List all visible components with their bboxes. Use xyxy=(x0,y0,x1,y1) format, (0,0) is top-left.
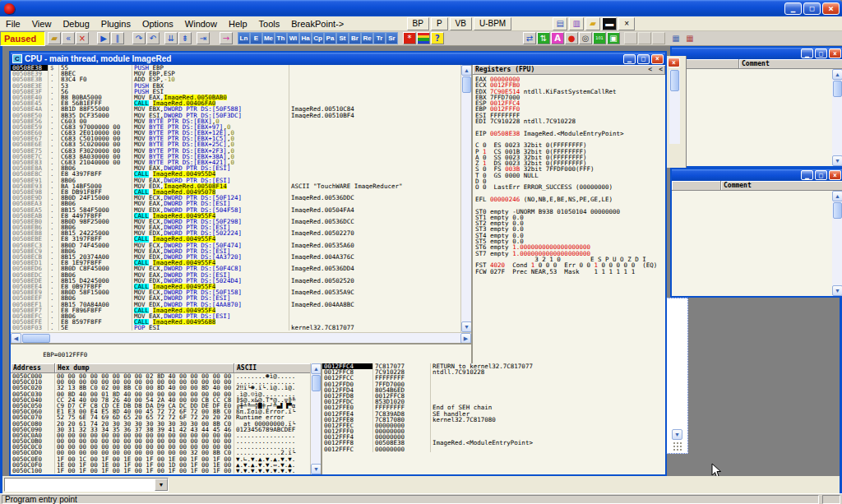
hex-dump-row[interactable]: 0050C0C000 00 00 00 00 00 00 00 00 00 00… xyxy=(11,444,321,450)
menu-button-u-bpm[interactable]: U-BPM xyxy=(474,17,511,30)
cpu-title-bar[interactable]: C CPU - main thread, module ImageRed ▁ □… xyxy=(11,53,665,65)
hex-dump-row[interactable]: 0050C09030 31 32 33 34 35 36 37 38 39 41… xyxy=(11,427,321,432)
minimize-icon[interactable]: ▁ xyxy=(623,54,636,64)
disasm-row[interactable]: 00508E3F.56PUSH ESI xyxy=(11,89,460,95)
ascii-icon[interactable]: A xyxy=(551,32,564,44)
toolbar-letter-th[interactable]: Th xyxy=(275,32,287,44)
scroll-down-icon[interactable]: ▼ xyxy=(832,155,842,166)
disasm-row[interactable]: 00508ED1.E8 1E97F8FFCALL ImageRed.004955… xyxy=(11,260,460,266)
disasm-row[interactable]: 00508E8C.E8 4397F8FFCALL ImageRed.004955… xyxy=(11,171,460,177)
hex-dump-pane[interactable]: Address Hex dump ASCII 0050C00000 00 00 … xyxy=(11,363,321,474)
scroll-thumb[interactable] xyxy=(670,70,679,91)
disasm-row[interactable]: 00508EC9.8B06MOV EAX,DWORD PTR DS:[ESI] xyxy=(11,248,460,254)
stack-row[interactable]: 0012FFE47C839AD8SE handler xyxy=(322,411,665,417)
disasm-row[interactable]: 00508ECB.8B15 20374A00MOV EDX,DWORD PTR … xyxy=(11,254,460,260)
go-to-address-icon[interactable]: → xyxy=(220,32,233,44)
disasm-row[interactable]: 00508EFE.E8 8597F8FFCALL ImageRed.004956… xyxy=(11,319,460,325)
scroll-thumb[interactable] xyxy=(833,202,842,219)
disasm-row[interactable]: 00508F03.5EPOP ESIkernel32.7C817077 xyxy=(11,325,460,331)
hex-dump-row[interactable]: 0050C0B000 00 00 00 00 00 00 00 00 00 00… xyxy=(11,438,321,444)
menu-item-view[interactable]: View xyxy=(26,17,58,30)
help-icon[interactable]: ? xyxy=(431,32,444,44)
command-combobox[interactable]: ▼ xyxy=(4,478,169,492)
menu-close-button[interactable]: × xyxy=(618,17,635,30)
info-pane[interactable]: EBP=0012FFF0 xyxy=(11,343,471,363)
animate-over-icon[interactable]: ⇟ xyxy=(178,32,192,44)
disasm-row[interactable]: 00508ED6.8B0D C8F45000MOV ECX,DWORD PTR … xyxy=(11,266,460,271)
background-window-middle[interactable]: ▁ □ × Comment ▲ ▼ xyxy=(670,168,842,298)
register-line[interactable]: T 0 GS 0000 NULL xyxy=(473,173,665,178)
menu-button-p[interactable]: P xyxy=(431,17,448,30)
disasm-row[interactable]: 00508E50.8B35 DCF35000MOV ESI,DWORD PTR … xyxy=(11,113,460,118)
hex-dump-row[interactable]: 0050C0E01F 00 1C 00 1F 00 1E 00 1F 00 1E… xyxy=(11,456,321,462)
disassembly-pane[interactable]: 00508E38$55PUSH EBP00508E39.8BECMOV EBP,… xyxy=(11,65,460,332)
comment-column-header[interactable]: Comment xyxy=(721,181,842,191)
toolbar-letter-ha[interactable]: Ha xyxy=(299,32,312,44)
menu-item-breakpoint[interactable]: BreakPoint-> xyxy=(285,17,349,30)
stack-row[interactable]: 0012FFCCFFFFFFFF xyxy=(322,375,665,381)
hex-dump-row[interactable]: 0050C0A000 00 00 00 00 00 00 00 00 00 00… xyxy=(11,432,321,438)
options-icon[interactable]: * xyxy=(403,32,416,44)
disasm-row[interactable]: 00508E60.C683 2E010000 00MOV BYTE PTR DS… xyxy=(11,130,460,136)
disasm-row[interactable]: 00508EB0.8B0D 98F25000MOV ECX,DWORD PTR … xyxy=(11,219,460,224)
appearance-icon[interactable] xyxy=(417,32,430,44)
disasm-row[interactable]: 00508EA3.8B06MOV EAX,DWORD PTR DS:[ESI] xyxy=(11,201,460,206)
disasm-row[interactable]: 00508EA5.8B15 584F5000MOV EDX,DWORD PTR … xyxy=(11,207,460,213)
stack-row[interactable]: 0012FFEC00000000 xyxy=(322,423,665,428)
chevron-down-icon[interactable]: ▼ xyxy=(155,479,168,491)
disasm-row[interactable]: 00508EE4.E8 0B97F8FFCALL ImageRed.004955… xyxy=(11,284,460,289)
scroll-down-icon[interactable]: ▼ xyxy=(672,429,682,440)
folder-icon[interactable]: ▰ xyxy=(585,17,600,30)
scroll-thumb[interactable] xyxy=(312,375,321,391)
close-icon[interactable]: × xyxy=(822,2,840,15)
disasm-row[interactable]: 00508EFC.8B06MOV EAX,DWORD PTR DS:[ESI] xyxy=(11,313,460,319)
disasm-row[interactable]: 00508EC3.8B0D 74F45000MOV ECX,DWORD PTR … xyxy=(11,243,460,248)
run-icon[interactable]: ▶ xyxy=(97,32,110,44)
screen-icon[interactable]: ▣ xyxy=(607,32,620,44)
disasm-row[interactable]: 00508E6E.C683 5C020000 00MOV BYTE PTR DS… xyxy=(11,141,460,147)
minimize-icon[interactable]: ▁ xyxy=(801,49,813,58)
toolbar-letter-e[interactable]: E xyxy=(250,32,262,44)
background-window-top[interactable]: ▁ □ × Comment ▲ ▼ xyxy=(670,46,842,168)
stack-row[interactable]: 0012FFC47C817077RETURN to kernel32.7C817… xyxy=(322,363,665,369)
scroll-up-icon[interactable]: ▲ xyxy=(311,363,321,374)
menu-button-vb[interactable]: VB xyxy=(450,17,472,30)
address-column-header[interactable]: Address xyxy=(11,363,55,373)
disassembly-hscrollbar[interactable]: ◀ ▶ xyxy=(11,332,471,343)
registers-pane[interactable]: Registers (FPU) < < EAX 00000000ECX 0012… xyxy=(471,65,665,363)
disasm-row[interactable]: 00508EE9.8B0D 58F15000MOV ECX,DWORD PTR … xyxy=(11,289,460,295)
stack-pane[interactable]: 0012FFC47C817077RETURN to kernel32.7C817… xyxy=(321,363,665,474)
restore-icon[interactable]: □ xyxy=(803,2,821,15)
disasm-row[interactable]: 00508E59.C683 97000000 00MOV BYTE PTR DS… xyxy=(11,124,460,130)
table-rows-icon[interactable]: ▦ xyxy=(683,32,696,44)
stack-row[interactable]: 0012FFDC853D1020 xyxy=(322,399,665,405)
hex-dump-row[interactable]: 0050C0D000 00 00 00 00 00 00 00 00 00 00… xyxy=(11,450,321,455)
resize-grip[interactable] xyxy=(673,442,682,451)
hex-dump-row[interactable]: 0050C02032 13 8B C0 02 00 8B C0 00 8D 40… xyxy=(11,385,321,391)
hex-dump-row[interactable]: 0050C1001F 00 1F 00 1F 00 1F 00 1F 00 1F… xyxy=(11,468,321,474)
background-window-fragment-bottom[interactable]: ▼ xyxy=(666,298,688,454)
close-program-icon[interactable]: × xyxy=(76,32,89,44)
stack-row[interactable]: 0012FFD07FFD7000 xyxy=(322,381,665,387)
toolbar-letter-pa[interactable]: Pa xyxy=(324,32,336,44)
scroll-thumb[interactable] xyxy=(22,334,50,343)
disassembly-vscrollbar[interactable]: ▲ ▼ xyxy=(460,65,471,332)
background-window-fragment[interactable]: × xyxy=(666,56,687,168)
disasm-row[interactable]: 00508EF1.8B15 70A84A00MOV EDX,DWORD PTR … xyxy=(11,302,460,307)
maximize-icon[interactable]: □ xyxy=(815,170,827,180)
hex-dump-row[interactable]: 0050C040CC 24 40 00 78 26 40 00 54 2A 40… xyxy=(11,397,321,403)
disasm-row[interactable]: 00508E3B.83C4 F0ADD ESP,-10 xyxy=(11,76,460,82)
stack-row[interactable]: 0012FFF400000000 xyxy=(322,434,665,440)
menu-button-bp[interactable]: BP xyxy=(407,17,429,30)
close-icon[interactable]: × xyxy=(651,54,664,64)
disasm-row[interactable]: 00508E75.C683 F3020000 00MOV BYTE PTR DS… xyxy=(11,148,460,154)
disasm-row[interactable]: 00508E83.C683 21040000 00MOV BYTE PTR DS… xyxy=(11,160,460,165)
open-file-icon[interactable]: ▰ xyxy=(48,32,61,44)
hex-dump-row[interactable]: 0050C0F01E 00 1F 00 1E 00 1F 00 1F 00 1D… xyxy=(11,462,321,468)
updown-icon[interactable]: ⇅ xyxy=(537,32,550,44)
disasm-row[interactable]: 00508E4A.8B1D 88F55000MOV EBX,DWORD PTR … xyxy=(11,106,460,112)
register-line[interactable]: EFL 00000246 (NO,NB,E,BE,NS,PE,GE,LE) xyxy=(473,197,665,202)
disasm-row[interactable]: 00508EBE.E8 3197F8FFCALL ImageRed.004955… xyxy=(11,236,460,242)
restart-icon[interactable]: « xyxy=(62,32,75,44)
menu-item-file[interactable]: File xyxy=(0,17,26,30)
